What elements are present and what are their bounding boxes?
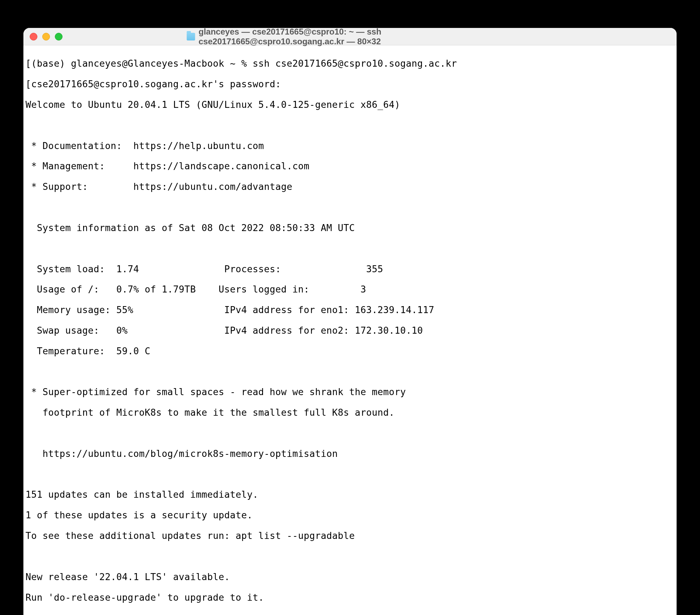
terminal-line: Swap usage: 0% IPv4 address for eno2: 17… <box>25 325 675 335</box>
terminal-line: Usage of /: 0.7% of 1.79TB Users logged … <box>25 284 675 294</box>
terminal-line: * Super-optimized for small spaces - rea… <box>25 387 675 397</box>
terminal-line: System load: 1.74 Processes: 355 <box>25 264 675 274</box>
terminal-line: Run 'do-release-upgrade' to upgrade to i… <box>25 592 675 602</box>
minimize-icon[interactable] <box>42 33 50 40</box>
terminal-line: New release '22.04.1 LTS' available. <box>25 572 675 582</box>
close-icon[interactable] <box>30 33 37 40</box>
terminal-line: Welcome to Ubuntu 20.04.1 LTS (GNU/Linux… <box>25 99 675 110</box>
terminal-line <box>25 613 675 615</box>
terminal-line: Memory usage: 55% IPv4 address for eno1:… <box>25 305 675 315</box>
terminal-line <box>25 469 675 479</box>
terminal-line: [cse20171665@cspro10.sogang.ac.kr's pass… <box>25 79 675 89</box>
terminal-line: System information as of Sat 08 Oct 2022… <box>25 223 675 233</box>
terminal-window: glanceyes — cse20171665@cspro10: ~ — ssh… <box>23 28 677 615</box>
window-title: glanceyes — cse20171665@cspro10: ~ — ssh… <box>187 28 513 46</box>
terminal-line: Temperature: 59.0 C <box>25 346 675 356</box>
terminal-line <box>25 551 675 561</box>
terminal-line <box>25 120 675 130</box>
terminal-line <box>25 243 675 253</box>
terminal-line: https://ubuntu.com/blog/microk8s-memory-… <box>25 449 675 459</box>
terminal-line: To see these additional updates run: apt… <box>25 531 675 541</box>
terminal-line: 1 of these updates is a security update. <box>25 510 675 520</box>
title-bar: glanceyes — cse20171665@cspro10: ~ — ssh… <box>23 28 677 45</box>
terminal-line: [(base) glanceyes@Glanceyes-Macbook ~ % … <box>25 58 675 68</box>
terminal-line <box>25 202 675 212</box>
folder-icon <box>187 33 195 40</box>
maximize-icon[interactable] <box>55 33 63 40</box>
terminal-line <box>25 366 675 377</box>
terminal-line: 151 updates can be installed immediately… <box>25 489 675 499</box>
terminal-line: * Management: https://landscape.canonica… <box>25 161 675 171</box>
terminal-line: footprint of MicroK8s to make it the sma… <box>25 407 675 417</box>
terminal-body[interactable]: [(base) glanceyes@Glanceyes-Macbook ~ % … <box>23 45 677 615</box>
terminal-line: * Documentation: https://help.ubuntu.com <box>25 141 675 151</box>
terminal-line <box>25 428 675 438</box>
traffic-lights <box>30 33 63 40</box>
terminal-line: * Support: https://ubuntu.com/advantage <box>25 181 675 192</box>
window-title-text: glanceyes — cse20171665@cspro10: ~ — ssh… <box>199 28 513 46</box>
